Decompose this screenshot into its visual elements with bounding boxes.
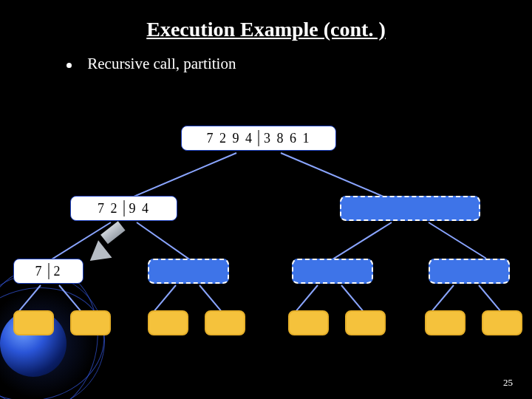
leaf-3 <box>148 310 188 335</box>
bullet-line: Recursive call, partition <box>66 55 532 73</box>
bullet-text: Recursive call, partition <box>87 55 236 72</box>
leaf-1 <box>13 310 54 335</box>
leaf-6 <box>345 310 386 335</box>
l2-right-node-placeholder <box>340 196 480 221</box>
leaf-2 <box>70 310 111 335</box>
separator-icon <box>48 263 50 279</box>
l3-a-node: 7 2 <box>13 259 83 284</box>
separator-icon <box>258 130 259 146</box>
l3-c-placeholder <box>292 259 373 284</box>
leaf-8 <box>482 310 522 335</box>
slide-title: Execution Example (cont. ) <box>0 18 532 41</box>
l3-b-placeholder <box>148 259 229 284</box>
leaf-4 <box>205 310 245 335</box>
leaf-5 <box>288 310 329 335</box>
bullet-dot <box>66 63 72 68</box>
page-number: 25 <box>503 377 513 389</box>
l3-d-placeholder <box>429 259 510 284</box>
leaf-7 <box>425 310 466 335</box>
recursion-arrow-icon <box>91 233 135 263</box>
l2-left-node: 7 2 9 4 <box>70 196 177 221</box>
root-node: 7 2 9 4 3 8 6 1 <box>181 126 336 151</box>
diagram-stage: 7 2 9 4 3 8 6 1 7 2 9 4 7 2 <box>0 111 532 362</box>
separator-icon <box>123 200 125 216</box>
